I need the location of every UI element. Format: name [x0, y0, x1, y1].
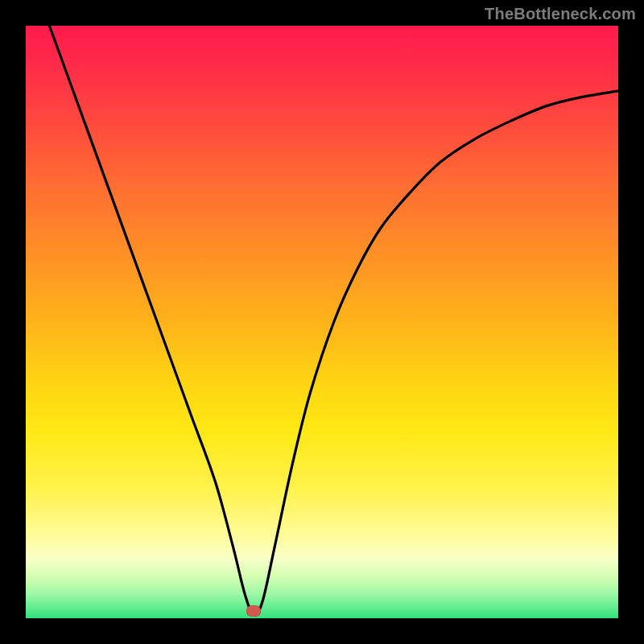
watermark-text: TheBottleneck.com — [485, 5, 636, 23]
optimal-point-marker — [246, 605, 261, 617]
bottleneck-curve — [49, 26, 618, 615]
plot-area — [26, 26, 618, 618]
curve-layer — [26, 26, 618, 618]
chart-frame: TheBottleneck.com — [0, 0, 644, 644]
